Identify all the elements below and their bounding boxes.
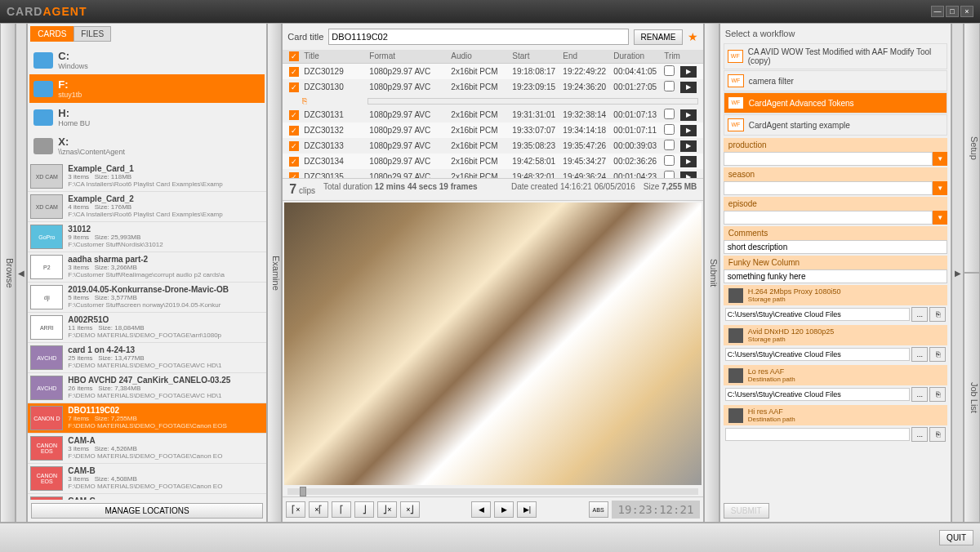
col-title[interactable]: Title — [302, 51, 368, 61]
card-item[interactable]: CANON EOSCAM-A3 items Size: 4,526MBF:\DE… — [28, 434, 266, 464]
field-input[interactable] — [724, 181, 933, 195]
prev-button[interactable]: ◀ — [471, 501, 491, 518]
clip-checkbox[interactable]: ✓ — [289, 82, 299, 92]
play-clip-button[interactable]: ▶ — [680, 109, 697, 121]
clip-checkbox[interactable]: ✓ — [289, 141, 299, 151]
joblist-tab[interactable]: Job List — [964, 273, 980, 523]
browse-path-button[interactable]: ... — [911, 307, 928, 322]
drive-item[interactable]: X:\\znas\ContentAgent — [29, 131, 265, 160]
col-format[interactable]: Format — [368, 51, 449, 61]
clip-checkbox[interactable]: ✓ — [289, 157, 299, 167]
drive-item[interactable]: C:Windows — [29, 46, 265, 74]
trim-checkbox[interactable] — [664, 81, 675, 91]
trim-checkbox[interactable] — [664, 155, 675, 166]
play-button[interactable]: ▶ — [494, 501, 514, 518]
minimize-button[interactable]: — — [931, 6, 944, 17]
card-item[interactable]: AVCHDcard 1 on 4-24-1325 items Size: 13,… — [28, 343, 266, 373]
trim-checkbox[interactable] — [664, 65, 675, 76]
card-item[interactable]: CANON DDBO1119C027 items Size: 7,255MBF:… — [28, 403, 266, 434]
workflow-item[interactable]: WFCA AVID WOW Test Modified with AAF Mod… — [724, 43, 947, 69]
card-title-input[interactable] — [328, 29, 628, 45]
set-out-button[interactable]: ⎦ — [354, 501, 374, 518]
clip-checkbox[interactable]: ✓ — [289, 172, 299, 179]
star-icon[interactable]: ★ — [688, 30, 698, 43]
trim-checkbox[interactable] — [664, 171, 675, 178]
col-duration[interactable]: Duration — [612, 51, 662, 61]
play-clip-button[interactable]: ▶ — [680, 156, 697, 167]
card-item[interactable]: AVCHDHBO AVCHD 247_CanKirk_CANELO-03.252… — [28, 373, 266, 403]
clip-row[interactable]: ✓DZC301291080p29.97 AVC2x16bit PCM19:18:… — [283, 64, 703, 79]
clip-row[interactable]: ✓DZC301331080p29.97 AVC2x16bit PCM19:35:… — [283, 138, 703, 154]
trim-checkbox[interactable] — [664, 140, 675, 150]
path-input[interactable] — [725, 308, 910, 321]
drive-item[interactable]: H:Home BU — [29, 103, 265, 131]
workflow-item[interactable]: WFcamera filter — [724, 70, 947, 91]
browse-path-button[interactable]: ... — [911, 387, 928, 402]
abs-button[interactable]: ABS — [589, 501, 608, 518]
col-trim[interactable]: Trim — [662, 51, 679, 61]
clip-checkbox[interactable]: ✓ — [289, 126, 299, 136]
submit-collapse[interactable]: ▶ — [951, 23, 964, 523]
path-action-button[interactable]: ⎘ — [929, 387, 946, 402]
card-item[interactable]: XD CAMExample_Card_13 items Size: 118MBF… — [28, 162, 266, 192]
clip-row[interactable]: ✓DZC301301080p29.97 AVC2x16bit PCM19:23:… — [283, 79, 703, 95]
play-clip-button[interactable]: ▶ — [680, 171, 697, 179]
goto-out-button[interactable]: ⎦× — [377, 501, 397, 518]
browse-tab[interactable]: Browse — [0, 23, 16, 523]
field-input[interactable] — [724, 211, 933, 225]
card-item[interactable]: P2aadha sharma part-23 items Size: 3,266… — [28, 252, 266, 283]
col-end[interactable]: End — [561, 51, 612, 61]
clip-row[interactable]: ✓DZC301321080p29.97 AVC2x16bit PCM19:33:… — [283, 122, 703, 138]
drive-item[interactable]: F:stuy1tb — [29, 74, 265, 103]
rename-button[interactable]: RENAME — [634, 29, 684, 45]
play-clip-button[interactable]: ▶ — [680, 140, 697, 152]
video-preview[interactable] — [284, 203, 702, 485]
card-item[interactable]: dji2019.04.05-Konkurranse-Drone-Mavic-OB… — [28, 283, 266, 313]
setup-tab[interactable]: Setup — [964, 23, 980, 273]
browse-path-button[interactable]: ... — [911, 427, 928, 442]
card-item[interactable]: CANON EOSCAM-B3 items Size: 4,508MBF:\DE… — [28, 464, 266, 494]
scrubber-handle[interactable] — [300, 487, 306, 496]
clip-row[interactable]: ✓DZC301341080p29.97 AVC2x16bit PCM19:42:… — [283, 154, 703, 169]
card-item[interactable]: XD CAMExample_Card_24 items Size: 176MBF… — [28, 192, 266, 222]
play-clip-button[interactable]: ▶ — [680, 82, 697, 93]
trim-checkbox[interactable] — [664, 124, 675, 135]
field-input[interactable] — [724, 240, 947, 254]
clip-row[interactable]: ✓DZC301311080p29.97 AVC2x16bit PCM19:31:… — [283, 107, 703, 122]
mark-out-button[interactable]: ×⎦ — [400, 501, 420, 518]
col-audio[interactable]: Audio — [449, 51, 510, 61]
clip-checkbox[interactable]: ✓ — [289, 67, 299, 77]
quit-button[interactable]: QUIT — [939, 530, 973, 545]
set-in-button[interactable]: ⎡ — [332, 501, 351, 518]
manage-locations-button[interactable]: MANAGE LOCATIONS — [31, 503, 263, 519]
col-start[interactable]: Start — [510, 51, 561, 61]
card-item[interactable]: CANON EOSCAM-C3 items Size: 4,418MBF:\DE… — [28, 494, 266, 500]
goto-in-button[interactable]: ×⎡ — [309, 501, 328, 518]
path-action-button[interactable]: ⎘ — [929, 427, 946, 442]
card-item[interactable]: ARRIA002R51O11 items Size: 18,084MBF:\DE… — [28, 313, 266, 343]
examine-tab[interactable]: Examine — [267, 23, 283, 523]
maximize-button[interactable]: □ — [946, 6, 959, 17]
dropdown-button[interactable]: ▼ — [933, 211, 947, 225]
card-item[interactable]: GoPro310129 items Size: 25,993MBF:\Custo… — [28, 222, 266, 252]
browse-path-button[interactable]: ... — [911, 347, 928, 362]
path-input[interactable] — [725, 428, 910, 441]
close-button[interactable]: × — [960, 6, 973, 17]
cards-tab[interactable]: CARDS — [30, 26, 74, 42]
field-input[interactable] — [724, 269, 947, 283]
workflow-item[interactable]: WFCardAgent starting example — [724, 114, 947, 136]
clip-row[interactable]: ✓DZC301351080p29.97 AVC2x16bit PCM19:48:… — [283, 169, 703, 178]
trim-checkbox[interactable] — [664, 109, 675, 119]
clip-checkbox[interactable]: ✓ — [289, 110, 299, 120]
submit-button[interactable]: SUBMIT — [724, 503, 769, 519]
next-button[interactable]: ▶| — [517, 501, 537, 518]
path-input[interactable] — [725, 348, 910, 361]
files-tab[interactable]: FILES — [74, 26, 111, 42]
workflow-item[interactable]: WFCardAgent Advanced Tokens — [724, 92, 947, 114]
field-input[interactable] — [724, 152, 933, 166]
path-action-button[interactable]: ⎘ — [929, 347, 946, 362]
mark-in-button[interactable]: ⎡× — [286, 501, 305, 518]
play-clip-button[interactable]: ▶ — [680, 66, 697, 78]
dropdown-button[interactable]: ▼ — [933, 152, 947, 166]
select-all-checkbox[interactable]: ✓ — [289, 51, 299, 61]
